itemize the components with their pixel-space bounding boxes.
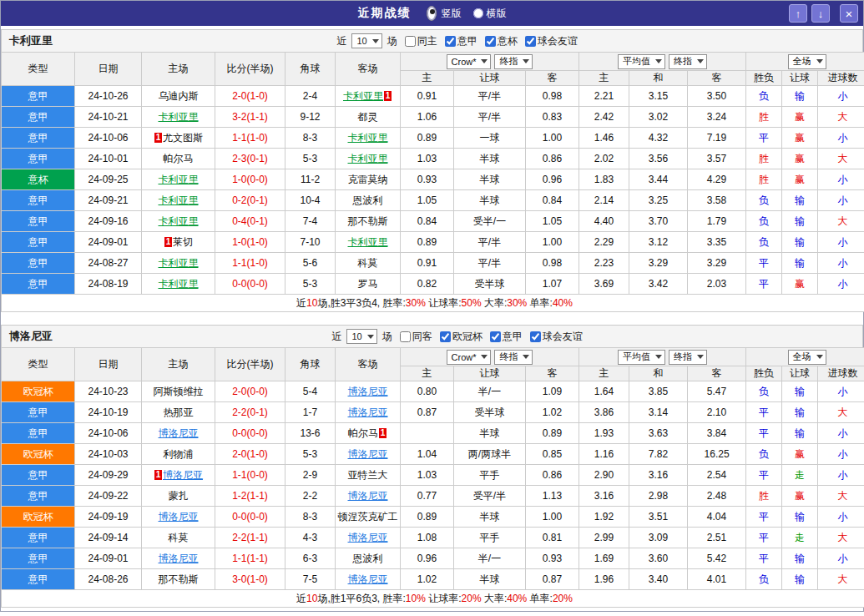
table-row: 意甲24-10-26乌迪内斯2-0(1-0)2-4卡利亚里10.91平/半0.9… bbox=[2, 86, 864, 107]
checkbox-input[interactable] bbox=[440, 331, 451, 342]
corners-cell: 2-4 bbox=[285, 86, 336, 107]
team-name-link[interactable]: 卡利亚里 bbox=[159, 111, 199, 123]
team-name-link[interactable]: 博洛尼亚 bbox=[348, 573, 388, 585]
filter-checkbox[interactable]: 欧冠杯 bbox=[440, 330, 483, 344]
team-name-link[interactable]: 利物浦 bbox=[164, 448, 194, 460]
team-name-link[interactable]: 博洛尼亚 bbox=[159, 553, 199, 564]
layout-radio[interactable]: 竖版 bbox=[425, 6, 462, 21]
team-name-link[interactable]: 蒙扎 bbox=[169, 490, 189, 502]
odds-cell bbox=[401, 423, 454, 444]
odds-cell: 0.81 bbox=[526, 528, 579, 548]
team-name-link[interactable]: 顿涅茨克矿工 bbox=[338, 511, 398, 523]
column-header: 类型 bbox=[2, 53, 75, 86]
team-name-link[interactable]: 博洛尼亚 bbox=[348, 490, 388, 502]
filter-checkbox[interactable]: 球会友谊 bbox=[525, 34, 578, 48]
checkbox-input[interactable] bbox=[525, 36, 536, 47]
team-name-link[interactable]: 热那亚 bbox=[164, 406, 194, 418]
filter-checkbox[interactable]: 球会友谊 bbox=[530, 330, 583, 344]
team-name-link[interactable]: 都灵 bbox=[358, 111, 378, 123]
header-dropdown[interactable]: 终指 bbox=[669, 54, 707, 69]
checkbox-input[interactable] bbox=[485, 36, 496, 47]
team-name-link[interactable]: 帕尔马 bbox=[164, 153, 194, 164]
filter-checkbox[interactable]: 同客 bbox=[400, 330, 432, 344]
result-cell: 赢 bbox=[782, 169, 818, 190]
team-name-link[interactable]: 博洛尼亚 bbox=[163, 469, 203, 481]
checkbox-input[interactable] bbox=[530, 331, 541, 342]
header-dropdown[interactable]: 终指 bbox=[669, 350, 707, 365]
checkbox-input[interactable] bbox=[400, 331, 411, 342]
team-name-link[interactable]: 莱切 bbox=[173, 236, 193, 248]
scroll-down-button[interactable]: ↓ bbox=[811, 4, 830, 23]
header-dropdown[interactable]: 平均值 bbox=[618, 350, 665, 365]
team-name-link[interactable]: 那不勒斯 bbox=[348, 215, 388, 227]
team-name-link[interactable]: 卡利亚里 bbox=[159, 194, 199, 206]
checkbox-input[interactable] bbox=[490, 331, 501, 342]
header-dropdown[interactable]: 平均值 bbox=[618, 54, 665, 69]
team-name-link[interactable]: 那不勒斯 bbox=[159, 573, 199, 585]
odds-cell: 1.03 bbox=[401, 149, 454, 169]
team-name-link[interactable]: 卡利亚里 bbox=[348, 153, 388, 164]
team-name-link[interactable]: 博洛尼亚 bbox=[348, 406, 388, 418]
summary-segment: 让球率: bbox=[426, 593, 462, 604]
team-name-link[interactable]: 克雷莫纳 bbox=[348, 174, 388, 185]
team-name-link[interactable]: 尤文图斯 bbox=[163, 132, 203, 144]
avg-odds-cell: 3.29 bbox=[688, 253, 746, 274]
dropdown-value: 终指 bbox=[499, 351, 518, 363]
filter-checkbox[interactable]: 意杯 bbox=[485, 34, 518, 48]
header-dropdown[interactable]: 全场 bbox=[788, 350, 826, 365]
team-name-link[interactable]: 科莫 bbox=[358, 257, 378, 269]
team-name-link[interactable]: 卡利亚里 bbox=[159, 257, 199, 269]
match-score: 0-0(0-0) bbox=[215, 507, 285, 528]
checkbox-input[interactable] bbox=[405, 36, 416, 47]
team-name-link[interactable]: 亚特兰大 bbox=[348, 469, 388, 481]
layout-radio[interactable]: 横版 bbox=[473, 7, 507, 21]
team-name-link[interactable]: 博洛尼亚 bbox=[348, 532, 388, 543]
header-dropdown[interactable]: 全场 bbox=[788, 54, 826, 69]
checkbox-input[interactable] bbox=[445, 36, 456, 47]
header-dropdown[interactable]: 终指 bbox=[494, 350, 533, 365]
home-team-cell: 博洛尼亚 bbox=[142, 423, 215, 444]
scroll-up-button[interactable]: ↑ bbox=[789, 4, 807, 23]
corners-cell: 4-3 bbox=[285, 528, 336, 548]
team-name-link[interactable]: 恩波利 bbox=[353, 553, 383, 564]
team-name-link[interactable]: 罗马 bbox=[358, 278, 378, 290]
odds-cell: 1.03 bbox=[401, 465, 454, 486]
table-row: 意甲24-10-01帕尔马2-3(0-1)5-3卡利亚里1.03半球0.862.… bbox=[2, 149, 864, 169]
team-name-link[interactable]: 阿斯顿维拉 bbox=[154, 386, 204, 397]
filter-checkbox[interactable]: 意甲 bbox=[445, 34, 477, 48]
team-name-link[interactable]: 博洛尼亚 bbox=[348, 448, 388, 460]
team-name-link[interactable]: 卡利亚里 bbox=[348, 132, 388, 144]
team-name-link[interactable]: 博洛尼亚 bbox=[348, 386, 388, 397]
team-name-link[interactable]: 卡利亚里 bbox=[159, 174, 199, 185]
team-name-link[interactable]: 科莫 bbox=[169, 532, 189, 543]
away-team-cell: 克雷莫纳 bbox=[336, 169, 401, 190]
team-name-link[interactable]: 博洛尼亚 bbox=[159, 511, 199, 523]
header-dropdown[interactable]: Crow* bbox=[447, 54, 492, 69]
odds-cell: 平手 bbox=[454, 528, 526, 548]
team-name-link[interactable]: 恩波利 bbox=[353, 194, 383, 206]
team-name-link[interactable]: 帕尔马 bbox=[348, 427, 378, 439]
team-name-link[interactable]: 乌迪内斯 bbox=[159, 90, 199, 102]
home-team-cell: 乌迪内斯 bbox=[142, 86, 215, 107]
filter-checkbox[interactable]: 意甲 bbox=[490, 330, 523, 344]
corners-cell: 2-2 bbox=[285, 486, 336, 507]
team-name-link[interactable]: 卡利亚里 bbox=[159, 278, 199, 290]
header-dropdown[interactable]: Crow* bbox=[447, 350, 492, 365]
checkbox-label: 意甲 bbox=[503, 330, 523, 344]
header-dropdown[interactable]: 终指 bbox=[494, 54, 533, 69]
team-name-link[interactable]: 博洛尼亚 bbox=[159, 427, 199, 439]
table-row: 欧冠杯24-09-19博洛尼亚0-0(0-0)8-3顿涅茨克矿工0.89半球1.… bbox=[2, 507, 864, 528]
titlebar: 近期战绩 竖版横版 ↑ ↓ × bbox=[1, 1, 863, 26]
match-count-select[interactable]: 10 bbox=[346, 329, 376, 344]
team-name-link[interactable]: 卡利亚里 bbox=[348, 236, 388, 248]
team-name-link[interactable]: 卡利亚里 bbox=[343, 90, 383, 102]
close-button[interactable]: × bbox=[840, 4, 858, 23]
odds-cell: 平/半 bbox=[454, 253, 526, 274]
column-group-header: 全场 bbox=[746, 348, 864, 366]
team-name-link[interactable]: 卡利亚里 bbox=[159, 215, 199, 227]
filter-checkbox[interactable]: 同主 bbox=[405, 34, 437, 48]
red-card-badge: 1 bbox=[384, 91, 392, 101]
column-subheader: 客 bbox=[688, 71, 746, 86]
match-count-select[interactable]: 10 bbox=[351, 33, 381, 48]
summary-segment: 10 bbox=[306, 297, 317, 309]
